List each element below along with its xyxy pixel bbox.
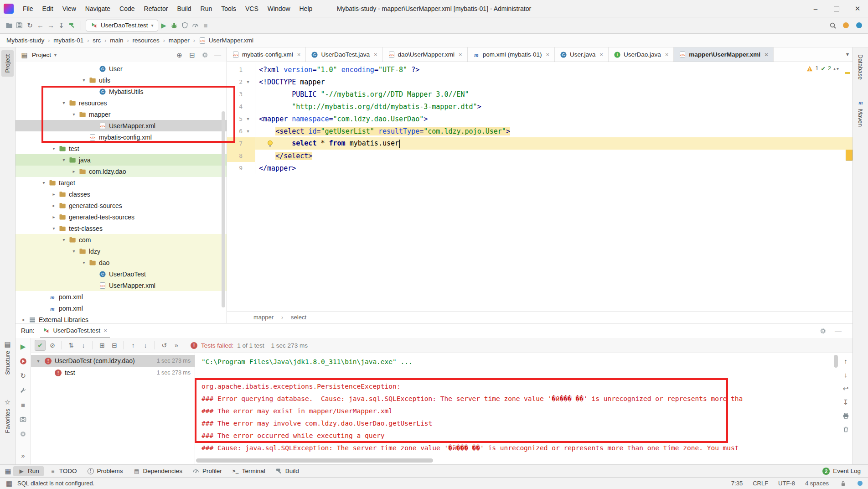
menu-edit[interactable]: Edit xyxy=(38,0,58,17)
stripe-button-favorites[interactable]: ☆ Favorites xyxy=(0,394,15,437)
gutter[interactable]: 2▾ xyxy=(227,76,255,88)
code-editor[interactable]: 1 ✔ 2 ▴▾ 1<?xml version="1.0" encoding="… xyxy=(227,62,852,311)
coverage-icon[interactable] xyxy=(181,21,189,30)
breadcrumb-item-usermapper-xml[interactable]: </>UserMapper.xml xyxy=(199,37,253,44)
menu-run[interactable]: Run xyxy=(196,0,217,17)
close-button[interactable]: ✕ xyxy=(847,0,868,17)
toolwindow-button-todo[interactable]: ≡TODO xyxy=(45,466,82,476)
synchronize-icon[interactable]: ↻ xyxy=(26,21,34,30)
collapse-all-icon[interactable]: ⊟ xyxy=(109,340,120,351)
notification-icon[interactable] xyxy=(858,481,863,486)
run-configuration-selector[interactable]: UserDaoTest.test ▾ xyxy=(86,20,158,31)
close-icon[interactable]: × xyxy=(374,51,377,58)
scroll-down-icon[interactable]: ↓ xyxy=(842,370,850,379)
chevron-down-icon[interactable]: ▾ xyxy=(69,112,79,117)
code-line-7[interactable]: 7 select * from mybatis.user xyxy=(227,137,852,150)
menu-code[interactable]: Code xyxy=(115,0,139,17)
indent-setting[interactable]: 4 spaces xyxy=(805,480,829,487)
gutter[interactable]: 6▾ xyxy=(227,125,255,137)
tree-item-usermapper-xml[interactable]: </>UserMapper.xml xyxy=(16,120,227,131)
code-line-8[interactable]: 8 </select> xyxy=(227,150,852,162)
menu-file[interactable]: File xyxy=(18,0,38,17)
toolwindow-button-profiler[interactable]: Profiler xyxy=(188,466,227,476)
tree-item-userdaotest[interactable]: CUserDaoTest xyxy=(16,268,227,280)
hide-icon[interactable]: — xyxy=(213,51,222,59)
menu-refactor[interactable]: Refactor xyxy=(140,0,173,17)
intention-bulb-icon[interactable] xyxy=(266,140,274,149)
hide-panel-icon[interactable]: — xyxy=(834,327,842,335)
line-separator[interactable]: CRLF xyxy=(753,480,768,487)
toolwindow-button-build[interactable]: Build xyxy=(271,466,304,476)
search-everywhere-icon[interactable] xyxy=(828,21,837,30)
build-project-icon[interactable] xyxy=(67,21,76,30)
chevron-down-icon[interactable]: ▾ xyxy=(39,180,49,185)
stripe-button-database[interactable]: Database xyxy=(854,50,867,84)
project-panel-title[interactable]: Project xyxy=(32,52,51,58)
toolwindow-button-run[interactable]: ▶Run xyxy=(13,466,44,476)
more-icon[interactable]: » xyxy=(19,451,27,460)
forward-icon[interactable]: → xyxy=(46,21,55,30)
stop-icon[interactable]: ■ xyxy=(202,21,210,30)
code-line-9[interactable]: 9</mapper> xyxy=(227,162,852,174)
stripe-button-project[interactable]: Project xyxy=(1,50,14,77)
chevron-down-icon[interactable]: ▾ xyxy=(59,157,69,162)
tree-item-external-libraries[interactable]: ▸External Libraries xyxy=(16,314,227,323)
gutter[interactable]: 5▾ xyxy=(227,113,255,125)
tool-windows-icon[interactable]: ▦ xyxy=(4,467,12,475)
locate-file-icon[interactable]: ⊕ xyxy=(175,51,184,59)
test-item-test[interactable]: !test1 sec 273 ms xyxy=(31,367,195,379)
next-failed-icon[interactable]: ↓ xyxy=(140,340,151,351)
close-icon[interactable]: × xyxy=(103,327,107,334)
toggle-auto-test-icon[interactable]: ↻ xyxy=(19,371,27,380)
tree-item-mybatis-config-xml[interactable]: </>mybatis-config.xml xyxy=(16,131,227,143)
file-encoding[interactable]: UTF-8 xyxy=(778,480,795,487)
chevron-right-icon[interactable]: ▸ xyxy=(69,169,79,174)
chevron-down-icon[interactable]: ▾ xyxy=(49,226,59,231)
tree-scrollbar[interactable] xyxy=(222,111,225,307)
menu-help[interactable]: Help xyxy=(295,0,317,17)
gutter[interactable]: 4 xyxy=(227,100,255,113)
tree-item-mybatisutils[interactable]: CMybatisUtils xyxy=(16,86,227,97)
gutter[interactable]: 7 xyxy=(227,137,255,150)
tree-item-generated-sources[interactable]: ▸generated-sources xyxy=(16,200,227,211)
code-line-1[interactable]: 1<?xml version="1.0" encoding="UTF-8" ?> xyxy=(227,63,852,76)
print-icon[interactable] xyxy=(842,411,850,420)
chevron-down-icon[interactable]: ▾ xyxy=(59,100,69,105)
chevron-down-icon[interactable]: ▾ xyxy=(79,260,89,265)
tree-item-test[interactable]: ▾test xyxy=(16,143,227,154)
editor-tab-userdaotest-java[interactable]: CUserDaoTest.java× xyxy=(306,47,382,62)
editor-crumb-mapper[interactable]: mapper xyxy=(253,314,274,321)
run-console[interactable]: "C:\Program Files\Java\jdk1.8.0_311\bin\… xyxy=(195,353,839,464)
tree-item-pom-xml[interactable]: mpom.xml xyxy=(16,302,227,314)
clear-all-icon[interactable] xyxy=(842,425,850,434)
scroll-up-icon[interactable]: ↑ xyxy=(842,357,850,365)
previous-failed-icon[interactable]: ↑ xyxy=(128,340,139,351)
event-log-button[interactable]: 2 Event Log xyxy=(822,468,864,475)
chevron-down-icon[interactable]: ▾ xyxy=(59,237,69,242)
console-hscrollbar[interactable] xyxy=(196,458,433,463)
code-line-4[interactable]: 4 "http://mybatis.org/dtd/mybatis-3-mapp… xyxy=(227,100,852,113)
show-passed-icon[interactable]: ✔ xyxy=(35,340,46,351)
chevron-right-icon[interactable]: ▸ xyxy=(49,214,59,219)
menu-tools[interactable]: Tools xyxy=(217,0,241,17)
tree-item-mapper[interactable]: ▾mapper xyxy=(16,109,227,120)
show-ignored-icon[interactable]: ⊘ xyxy=(47,340,58,351)
lock-icon[interactable] xyxy=(839,479,847,488)
collapse-all-icon[interactable]: ⊟ xyxy=(188,51,196,59)
tree-item-resources[interactable]: ▾resources xyxy=(16,97,227,109)
breadcrumb-item-mybatis-01[interactable]: mybatis-01 xyxy=(53,37,83,44)
sort-by-duration-icon[interactable]: ↓ xyxy=(78,340,89,351)
restore-layout-icon[interactable] xyxy=(19,430,27,438)
chevron-down-icon[interactable]: ▾ xyxy=(69,249,79,254)
tab-list-chevron-icon[interactable]: ▾ xyxy=(846,51,849,57)
minimize-button[interactable]: – xyxy=(805,0,826,17)
maximize-button[interactable] xyxy=(826,0,847,17)
run-icon[interactable]: ▶ xyxy=(160,21,168,30)
editor-crumb-select[interactable]: select xyxy=(291,314,306,321)
tree-item-dao[interactable]: ▾dao xyxy=(16,257,227,268)
open-project-icon[interactable] xyxy=(5,21,13,30)
menu-build[interactable]: Build xyxy=(172,0,196,17)
save-all-icon[interactable] xyxy=(15,21,24,30)
tree-item-java[interactable]: ▾java xyxy=(16,154,227,166)
breadcrumb-item-main[interactable]: main xyxy=(110,37,123,44)
